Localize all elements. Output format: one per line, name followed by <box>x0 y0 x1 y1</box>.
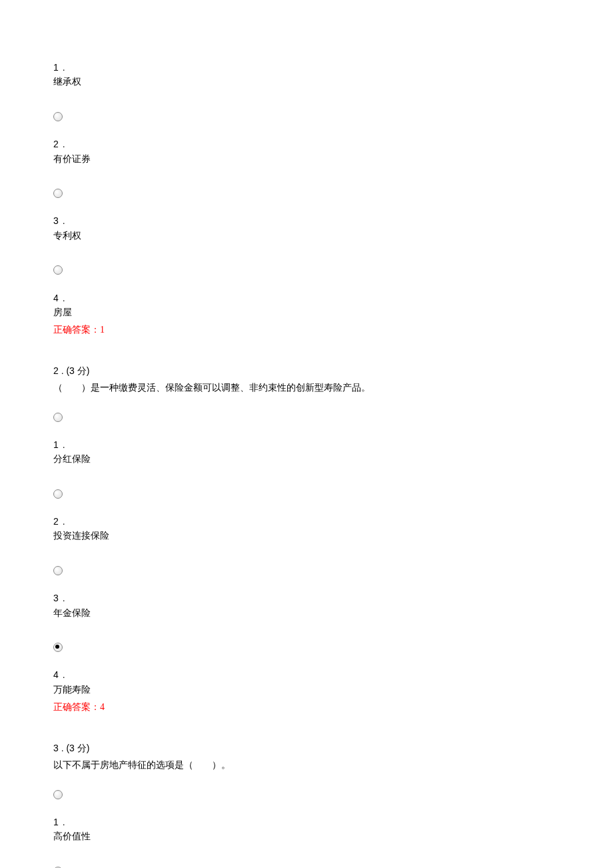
option-number: 4 . <box>53 291 560 305</box>
option-text: 房屋 <box>53 305 560 320</box>
q1-radio-3-row <box>53 185 560 200</box>
option-text: 万能寿险 <box>53 683 560 697</box>
q3-header: 3 . (3 分) <box>53 741 560 755</box>
radio-icon[interactable] <box>53 112 63 121</box>
q1-radio-2-row <box>53 109 560 123</box>
q3-text: 以下不属于房地产特征的选项是（ ）。 <box>53 758 560 773</box>
q1-radio-4-row <box>53 262 560 277</box>
q3-radio-1-row <box>53 786 560 801</box>
q2-option-3: 3 . 年金保险 <box>53 591 560 621</box>
q2-correct-answer: 正确答案：4 <box>53 700 560 715</box>
option-text: 专利权 <box>53 229 560 243</box>
option-number: 3 . <box>53 213 560 228</box>
q1-option-4: 4 . 房屋 <box>53 291 560 321</box>
radio-icon[interactable] <box>53 566 63 575</box>
q2-radio-4-row <box>53 639 560 654</box>
q1-option-2: 2 . 有价证券 <box>53 137 560 167</box>
option-number: 3 . <box>53 591 560 605</box>
option-number: 1 . <box>53 437 560 452</box>
radio-icon[interactable] <box>53 265 63 275</box>
q3-option-1: 1 . 高价值性 <box>53 815 560 845</box>
q2-option-1: 1 . 分红保险 <box>53 437 560 467</box>
q1-option-3: 3 . 专利权 <box>53 213 560 243</box>
option-number: 4 . <box>53 667 560 682</box>
option-text: 继承权 <box>53 75 560 89</box>
radio-icon[interactable] <box>53 790 63 799</box>
radio-icon[interactable] <box>53 489 63 499</box>
q1-option-1: 1 . 继承权 <box>53 60 560 90</box>
q2-radio-3-row <box>53 563 560 577</box>
option-text: 有价证券 <box>53 152 560 167</box>
q2-radio-2-row <box>53 486 560 501</box>
q2-option-4: 4 . 万能寿险 <box>53 667 560 697</box>
radio-icon[interactable] <box>53 413 63 422</box>
q2-radio-1-row <box>53 409 560 423</box>
radio-icon[interactable] <box>53 189 63 198</box>
q2-text: （ ）是一种缴费灵活、保险金额可以调整、非约束性的创新型寿险产品。 <box>53 381 560 395</box>
radio-icon-selected[interactable] <box>53 643 63 652</box>
option-number: 1 . <box>53 60 560 75</box>
q3-radio-2-row <box>53 863 560 869</box>
q1-correct-answer: 正确答案：1 <box>53 323 560 337</box>
option-text: 高价值性 <box>53 829 560 844</box>
option-number: 2 . <box>53 514 560 529</box>
q2-header: 2 . (3 分) <box>53 363 560 378</box>
option-number: 2 . <box>53 137 560 151</box>
option-number: 1 . <box>53 815 560 829</box>
option-text: 年金保险 <box>53 606 560 621</box>
q2-option-2: 2 . 投资连接保险 <box>53 514 560 544</box>
option-text: 投资连接保险 <box>53 529 560 543</box>
option-text: 分红保险 <box>53 452 560 467</box>
